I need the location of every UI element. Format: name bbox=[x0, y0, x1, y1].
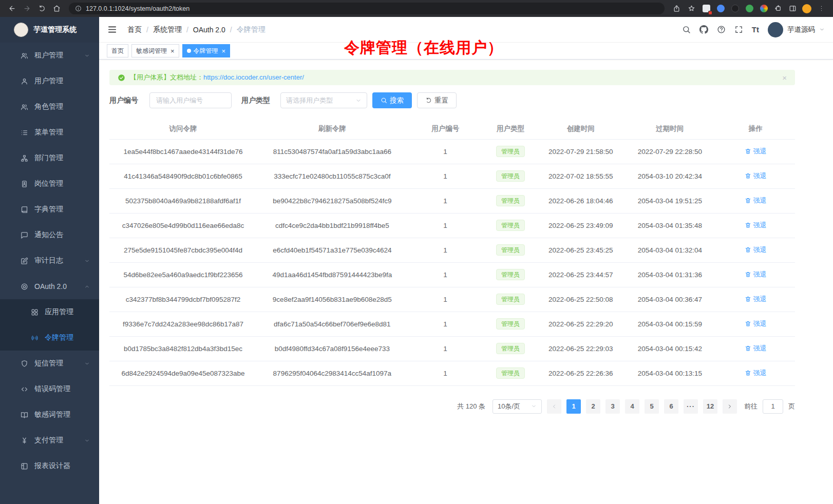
cell-actions: 强退 bbox=[716, 213, 795, 238]
extension-button-3[interactable] bbox=[728, 2, 742, 15]
extension-2-icon bbox=[717, 5, 725, 12]
sidebar-item-token[interactable]: 令牌管理 bbox=[0, 325, 99, 351]
fullscreen-icon[interactable] bbox=[734, 25, 743, 34]
sidebar-item-dict[interactable]: 字典管理 bbox=[0, 197, 99, 222]
force-logout-button[interactable]: 强退 bbox=[745, 344, 767, 353]
tab-label: 令牌管理 bbox=[194, 47, 218, 55]
github-icon[interactable] bbox=[699, 25, 708, 34]
sidebar-item-sms[interactable]: 短信管理 bbox=[0, 351, 99, 376]
font-size-icon[interactable]: Tt bbox=[752, 25, 759, 34]
force-logout-button[interactable]: 强退 bbox=[745, 221, 767, 230]
force-logout-label: 强退 bbox=[753, 196, 767, 205]
alert-close-icon[interactable]: × bbox=[782, 73, 787, 82]
page-button-1[interactable]: 1 bbox=[566, 399, 581, 414]
sidebar-item-menu[interactable]: 菜单管理 bbox=[0, 120, 99, 145]
sidebar-toggle-icon[interactable] bbox=[107, 25, 117, 34]
page-button-12[interactable]: 12 bbox=[703, 399, 717, 414]
force-logout-button[interactable]: 强退 bbox=[745, 171, 767, 181]
browser-back-button[interactable] bbox=[5, 2, 19, 15]
help-docs-icon[interactable] bbox=[717, 25, 726, 34]
sidebar-item-errcode[interactable]: 错误码管理 bbox=[0, 376, 99, 402]
browser-home-button[interactable] bbox=[50, 2, 64, 15]
chevron-down-icon bbox=[84, 361, 90, 366]
browser-reload-button[interactable] bbox=[35, 2, 49, 15]
page-ellipsis[interactable]: ··· bbox=[684, 399, 698, 414]
sidebar-item-app[interactable]: 应用管理 bbox=[0, 299, 99, 325]
alert-message: 【用户体系】文档地址：https://doc.iocoder.cn/user-c… bbox=[130, 73, 304, 82]
sidebar-item-tenant[interactable]: 租户管理 bbox=[0, 43, 99, 68]
active-tab-dot bbox=[187, 49, 191, 53]
search-icon[interactable] bbox=[682, 25, 691, 34]
sidebar-item-report[interactable]: 报表设计器 bbox=[0, 453, 99, 479]
page-button-6[interactable]: 6 bbox=[664, 399, 678, 414]
reset-button-label: 重置 bbox=[434, 96, 448, 105]
puzzle-icon bbox=[774, 5, 782, 12]
extension-button-5[interactable] bbox=[757, 2, 770, 15]
sidebar-item-post[interactable]: 岗位管理 bbox=[0, 171, 99, 197]
next-page-button[interactable] bbox=[723, 399, 737, 414]
extension-button-2[interactable] bbox=[714, 2, 727, 15]
user-type-badge: 管理员 bbox=[496, 269, 525, 281]
sidebar-item-role[interactable]: 角色管理 bbox=[0, 94, 99, 120]
cell-actions: 强退 bbox=[716, 139, 795, 164]
cell-create-time: 2022-06-25 22:29:20 bbox=[538, 312, 623, 336]
browser-toolbar: 127.0.0.1:1024/system/oauth2/token bbox=[0, 0, 833, 17]
reset-button[interactable]: 重置 bbox=[417, 92, 457, 108]
force-logout-button[interactable]: 强退 bbox=[745, 147, 767, 156]
sidebar-item-user[interactable]: 用户管理 bbox=[0, 68, 99, 94]
delete-icon bbox=[745, 296, 751, 302]
sidebar-item-notice[interactable]: 通知公告 bbox=[0, 222, 99, 248]
browser-forward-button[interactable] bbox=[20, 2, 34, 15]
sidebar-item-sensitive-word[interactable]: 敏感词管理 bbox=[0, 402, 99, 428]
users-icon bbox=[21, 52, 28, 60]
address-bar[interactable]: 127.0.0.1:1024/system/oauth2/token bbox=[69, 3, 665, 14]
side-panel-button[interactable] bbox=[786, 2, 799, 15]
page-button-5[interactable]: 5 bbox=[645, 399, 659, 414]
force-logout-button[interactable]: 强退 bbox=[745, 295, 767, 304]
page-button-4[interactable]: 4 bbox=[625, 399, 639, 414]
browser-profile-button[interactable] bbox=[800, 2, 813, 15]
sidebar-item-dept[interactable]: 部门管理 bbox=[0, 145, 99, 171]
user-type-select[interactable]: 请选择用户类型 bbox=[280, 92, 367, 108]
sidebar-item-pay[interactable]: 支付管理 bbox=[0, 428, 99, 453]
breadcrumb-item[interactable]: 首页 bbox=[127, 25, 142, 34]
tab-home[interactable]: 首页 bbox=[107, 44, 128, 57]
breadcrumb-item[interactable]: 系统管理 bbox=[153, 25, 182, 34]
target-icon bbox=[21, 283, 28, 290]
user-id-input[interactable] bbox=[149, 92, 232, 108]
user-menu[interactable]: 芋道源码 bbox=[768, 22, 825, 37]
force-logout-button[interactable]: 强退 bbox=[745, 245, 767, 255]
column-header: 用户类型 bbox=[483, 119, 538, 139]
cell-user-id: 1 bbox=[408, 139, 483, 164]
force-logout-button[interactable]: 强退 bbox=[745, 319, 767, 328]
force-logout-button[interactable]: 强退 bbox=[745, 196, 767, 205]
extension-button-4[interactable] bbox=[743, 2, 756, 15]
bookmark-button[interactable] bbox=[685, 2, 698, 15]
sidebar-item-audit-log[interactable]: 审计日志 bbox=[0, 248, 99, 274]
goto-page-input[interactable] bbox=[763, 399, 783, 414]
page-button-3[interactable]: 3 bbox=[605, 399, 620, 414]
page-size-select[interactable]: 10条/页 bbox=[493, 399, 542, 414]
user-type-badge: 管理员 bbox=[496, 244, 525, 256]
force-logout-label: 强退 bbox=[753, 319, 767, 328]
extension-button-1[interactable] bbox=[699, 2, 713, 15]
force-logout-button[interactable]: 强退 bbox=[745, 270, 767, 279]
prev-page-button[interactable] bbox=[547, 399, 561, 414]
search-button[interactable]: 搜索 bbox=[372, 92, 412, 108]
tab-token[interactable]: 令牌管理× bbox=[182, 44, 231, 57]
sidebar-item-oauth2[interactable]: OAuth 2.0 bbox=[0, 274, 99, 299]
tab-close-icon[interactable]: × bbox=[222, 48, 226, 54]
app-logo[interactable]: 芋道管理系统 bbox=[0, 17, 99, 43]
tab-close-icon[interactable]: × bbox=[171, 48, 175, 54]
delete-icon bbox=[745, 148, 751, 154]
force-logout-button[interactable]: 强退 bbox=[745, 369, 767, 378]
page-button-2[interactable]: 2 bbox=[586, 399, 600, 414]
total-count: 共 120 条 bbox=[457, 402, 485, 411]
share-button[interactable] bbox=[670, 2, 684, 15]
doc-link[interactable]: https://doc.iocoder.cn/user-center/ bbox=[203, 73, 304, 81]
breadcrumb-item[interactable]: OAuth 2.0 bbox=[193, 26, 225, 34]
tab-sensitive-word[interactable]: 敏感词管理× bbox=[131, 44, 179, 57]
browser-menu-button[interactable] bbox=[815, 2, 828, 15]
extensions-menu-button[interactable] bbox=[771, 2, 785, 15]
cell-expire-time: 2054-03-04 00:15:42 bbox=[623, 336, 716, 361]
